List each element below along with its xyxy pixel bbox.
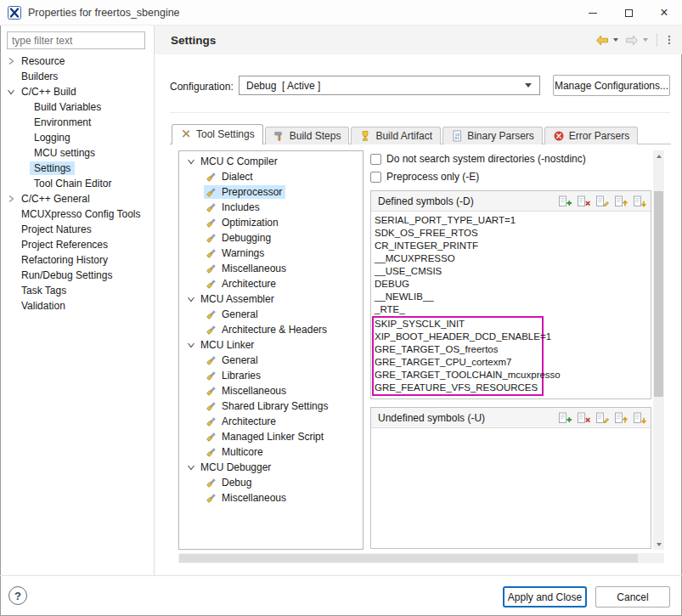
sidebar-item-environment[interactable]: Environment: [0, 115, 154, 130]
cancel-button[interactable]: Cancel: [595, 586, 670, 608]
defined-symbol-item[interactable]: __USE_CMSIS: [375, 265, 651, 278]
tool-tree-item-mcu-c-compiler[interactable]: MCU C Compiler: [179, 154, 363, 169]
tool-tree-item-managed-linker-script[interactable]: Managed Linker Script: [179, 429, 363, 444]
tab-tool-settings[interactable]: Tool Settings: [172, 124, 263, 144]
sidebar-item-task-tags[interactable]: Task Tags: [0, 283, 154, 298]
tool-tree-item-miscellaneous[interactable]: Miscellaneous: [179, 261, 363, 276]
minimize-button[interactable]: [575, 0, 611, 25]
sidebar-item-run-debug-settings[interactable]: Run/Debug Settings: [0, 268, 154, 283]
tool-tree-item-miscellaneous[interactable]: Miscellaneous: [179, 383, 363, 398]
defined-symbol-item[interactable]: SERIAL_PORT_TYPE_UART=1: [375, 214, 651, 227]
tool-tree-item-dialect[interactable]: Dialect: [179, 169, 363, 184]
filter-input[interactable]: [7, 31, 145, 49]
sidebar-item-validation[interactable]: Validation: [0, 298, 154, 314]
expand-chevron-icon[interactable]: [5, 57, 17, 65]
tool-tree-item-mcu-assembler[interactable]: MCU Assembler: [179, 291, 363, 307]
defined-symbol-item[interactable]: CR_INTEGER_PRINTF: [375, 240, 651, 252]
tool-tree-item-debug[interactable]: Debug: [179, 475, 363, 490]
expand-chevron-icon[interactable]: [5, 195, 17, 203]
defined-symbol-item[interactable]: GRE_TARGET_CPU_cortexm7: [375, 356, 542, 369]
edit-symbol-button[interactable]: [594, 410, 611, 426]
close-button[interactable]: ×: [646, 0, 682, 25]
move-down-button[interactable]: [631, 410, 648, 426]
sidebar-item-project-references[interactable]: Project References: [0, 237, 154, 252]
sidebar-item-settings[interactable]: Settings: [0, 161, 154, 176]
defined-symbol-item[interactable]: GRE_FEATURE_VFS_RESOURCES: [375, 381, 542, 394]
tool-tree-item-includes[interactable]: Includes: [179, 200, 363, 215]
horizontal-scrollbar[interactable]: [178, 553, 664, 563]
sidebar-item-tool-chain-editor[interactable]: Tool Chain Editor: [0, 176, 154, 191]
configuration-select[interactable]: Debug [ Active ]: [239, 76, 540, 95]
scroll-down-arrow-icon[interactable]: [653, 539, 664, 550]
tool-tree-item-architecture[interactable]: Architecture: [179, 276, 363, 291]
sidebar-item-logging[interactable]: Logging: [0, 130, 154, 145]
defined-symbol-item[interactable]: __MCUXPRESSO: [375, 252, 651, 265]
preprocess-only-checkbox[interactable]: Preprocess only (-E): [370, 171, 479, 183]
tool-tree-item-mcu-linker[interactable]: MCU Linker: [179, 337, 363, 353]
maximize-button[interactable]: [611, 0, 646, 25]
collapse-chevron-icon[interactable]: [185, 341, 197, 349]
collapse-chevron-icon[interactable]: [185, 463, 197, 472]
move-up-button[interactable]: [612, 410, 629, 426]
tab-build-steps[interactable]: Build Steps: [265, 127, 350, 144]
tab-error-parsers[interactable]: Error Parsers: [544, 127, 638, 144]
defined-symbol-item[interactable]: __NEWLIB__: [375, 291, 651, 303]
undefined-symbols-list[interactable]: [371, 428, 651, 548]
tool-tree-item-shared-library-settings[interactable]: Shared Library Settings: [179, 398, 363, 414]
tool-tree-item-architecture-headers[interactable]: Architecture & Headers: [179, 322, 363, 337]
nostdinc-checkbox[interactable]: Do not search system directories (-nostd…: [370, 153, 586, 165]
add-symbol-button[interactable]: [556, 410, 573, 426]
sidebar-item-resource[interactable]: Resource: [0, 54, 154, 69]
tool-tree-item-architecture[interactable]: Architecture: [179, 414, 363, 429]
defined-symbol-item[interactable]: GRE_TARGET_OS_freertos: [375, 343, 542, 356]
defined-symbol-item[interactable]: GRE_TARGET_TOOLCHAIN_mcuxpresso: [375, 369, 542, 381]
delete-symbol-button[interactable]: [575, 410, 592, 426]
scroll-up-arrow-icon[interactable]: [653, 150, 664, 161]
vertical-scrollbar[interactable]: [653, 150, 664, 550]
defined-symbols-list[interactable]: SERIAL_PORT_TYPE_UART=1SDK_OS_FREE_RTOSC…: [371, 212, 651, 398]
help-button[interactable]: ?: [8, 586, 27, 605]
collapse-chevron-icon[interactable]: [185, 295, 197, 303]
manage-configurations-button[interactable]: Manage Configurations...: [553, 75, 670, 96]
move-up-button[interactable]: [612, 194, 629, 209]
tool-tree-item-general[interactable]: General: [179, 353, 363, 368]
sidebar-item-mcuxpresso-config-tools[interactable]: MCUXpresso Config Tools: [0, 206, 154, 222]
tool-tree-item-multicore[interactable]: Multicore: [179, 444, 363, 460]
edit-symbol-button[interactable]: [594, 194, 611, 209]
sidebar-item-refactoring-history[interactable]: Refactoring History: [0, 252, 154, 268]
sidebar-item-builders[interactable]: Builders: [0, 69, 154, 84]
back-dropdown-icon[interactable]: [613, 38, 618, 42]
sidebar-item-project-natures[interactable]: Project Natures: [0, 222, 154, 237]
tab-build-artifact[interactable]: Build Artifact: [351, 127, 441, 144]
forward-button[interactable]: [623, 33, 640, 48]
tab-binary-parsers[interactable]: 1001 Binary Parsers: [442, 127, 543, 144]
defined-symbol-item[interactable]: DEBUG: [375, 278, 651, 291]
move-down-button[interactable]: [631, 194, 648, 209]
forward-dropdown-icon[interactable]: [643, 38, 648, 42]
tool-tree-item-miscellaneous[interactable]: Miscellaneous: [179, 490, 363, 506]
defined-symbol-item[interactable]: SDK_OS_FREE_RTOS: [375, 227, 651, 240]
collapse-chevron-icon[interactable]: [5, 88, 17, 96]
sidebar-item-build-variables[interactable]: Build Variables: [0, 99, 154, 115]
collapse-chevron-icon[interactable]: [185, 157, 197, 166]
tool-tree-item-preprocessor[interactable]: Preprocessor: [179, 184, 363, 200]
sidebar-item-mcu-settings[interactable]: MCU settings: [0, 145, 154, 161]
defined-symbol-item[interactable]: _RTE_: [375, 303, 651, 316]
tool-tree-item-warnings[interactable]: Warnings: [179, 246, 363, 261]
tool-tree-item-debugging[interactable]: Debugging: [179, 230, 363, 246]
delete-symbol-button[interactable]: [575, 194, 592, 209]
sidebar-item-c-c-build[interactable]: C/C++ Build: [0, 84, 154, 99]
view-menu-icon[interactable]: [663, 32, 675, 48]
back-button[interactable]: [594, 33, 611, 48]
scrollbar-thumb[interactable]: [179, 554, 638, 562]
tool-tree-item-mcu-debugger[interactable]: MCU Debugger: [179, 460, 363, 475]
tool-tree-item-general[interactable]: General: [179, 307, 363, 322]
add-symbol-button[interactable]: [556, 194, 573, 209]
tool-tree-item-libraries[interactable]: Libraries: [179, 368, 363, 383]
defined-symbol-item[interactable]: SKIP_SYSCLK_INIT: [375, 318, 542, 331]
defined-symbol-item[interactable]: XIP_BOOT_HEADER_DCD_ENABLE=1: [375, 331, 542, 343]
apply-and-close-button[interactable]: Apply and Close: [503, 586, 587, 608]
scrollbar-thumb[interactable]: [654, 191, 663, 397]
tool-tree-item-optimization[interactable]: Optimization: [179, 215, 363, 230]
sidebar-item-c-c-general[interactable]: C/C++ General: [0, 191, 154, 206]
